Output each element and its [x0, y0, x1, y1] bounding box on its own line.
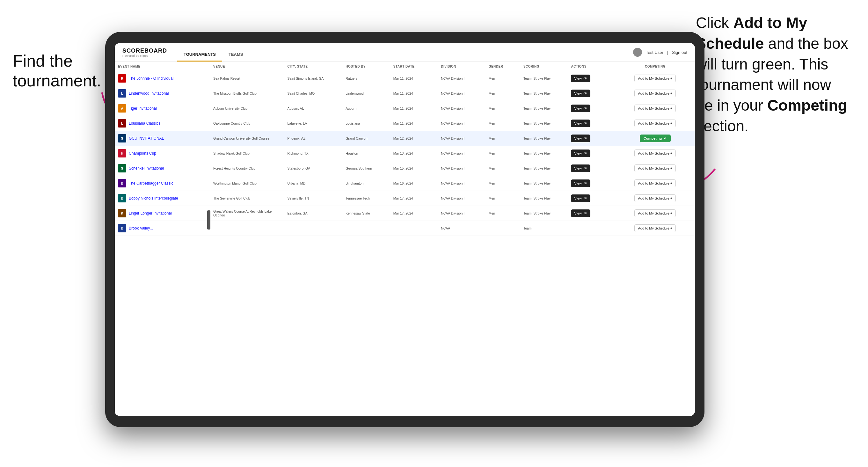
event-name-link[interactable]: Brook Valley... — [129, 226, 153, 230]
annotation-left: Find the tournament. — [13, 51, 121, 91]
cell-event-name: K Linger Longer Invitational — [115, 206, 210, 221]
cell-hosted: Tennessee Tech — [342, 191, 390, 206]
col-header-competing: COMPETING — [616, 62, 695, 71]
sign-out-link[interactable]: Sign out — [672, 50, 687, 55]
competing-button[interactable]: Competing ✓ — [640, 134, 671, 142]
cell-scoring: Team, Stroke Play — [520, 71, 568, 86]
event-name-link[interactable]: GCU INVITATIONAL — [129, 136, 164, 141]
eye-icon: 👁 — [583, 136, 587, 141]
cell-event-name: A Tiger Invitational — [115, 101, 210, 116]
tab-teams[interactable]: TEAMS — [222, 43, 250, 62]
cell-gender: Men — [486, 71, 520, 86]
view-button[interactable]: View 👁 — [571, 164, 590, 172]
cell-hosted: Grand Canyon — [342, 131, 390, 146]
cell-scoring: Team, Stroke Play — [520, 116, 568, 131]
cell-competing: Competing ✓ — [616, 131, 695, 146]
view-button[interactable]: View 👁 — [571, 180, 590, 187]
cell-division: NCAA Division I — [438, 161, 485, 176]
cell-competing: Add to My Schedule + — [616, 191, 695, 206]
cell-gender: Men — [486, 176, 520, 191]
event-name-link[interactable]: Tiger Invitational — [129, 106, 157, 111]
cell-actions: View 👁 — [568, 131, 615, 146]
annotation-right-text: Click Add to My Schedule and the box wil… — [696, 14, 848, 134]
cell-city: Saint Simons Island, GA — [284, 71, 343, 86]
cell-gender: Men — [486, 161, 520, 176]
add-to-schedule-button[interactable]: Add to My Schedule + — [634, 150, 676, 157]
cell-division: NCAA Division I — [438, 116, 485, 131]
view-button[interactable]: View 👁 — [571, 90, 590, 97]
add-to-schedule-button[interactable]: Add to My Schedule + — [634, 90, 676, 97]
cell-hosted: Auburn — [342, 101, 390, 116]
view-label: View — [574, 196, 582, 200]
cell-competing: Add to My Schedule + — [616, 116, 695, 131]
add-to-schedule-partial-button[interactable]: Add to My Schedule + — [634, 224, 676, 232]
view-button[interactable]: View 👁 — [571, 74, 590, 82]
cell-gender: Men — [486, 86, 520, 101]
cell-gender: Men — [486, 116, 520, 131]
cell-city: Sevierville, TN — [284, 191, 343, 206]
cell-hosted: Louisiana — [342, 116, 390, 131]
add-to-schedule-button[interactable]: Add to My Schedule + — [634, 104, 676, 112]
cell-hosted: Georgia Southern — [342, 161, 390, 176]
eye-icon: 👁 — [583, 106, 587, 111]
table-row: L Louisiana Classics Oakbourne Country C… — [115, 116, 695, 131]
cell-actions: View 👁 — [568, 101, 615, 116]
event-name-link[interactable]: Linger Longer Invitational — [129, 211, 172, 216]
cell-actions: View 👁 — [568, 206, 615, 221]
cell-competing: Add to My Schedule + — [616, 71, 695, 86]
cell-venue: Sea Palms Resort — [210, 71, 284, 86]
app-logo-sub: Powered by clippd — [122, 54, 167, 57]
cell-city: Eatonton, GA — [284, 206, 343, 221]
view-button[interactable]: View 👁 — [571, 120, 590, 127]
event-name-link[interactable]: Champions Cup — [129, 151, 156, 156]
view-button[interactable]: View 👁 — [571, 194, 590, 202]
cell-event-name: R The Johnnie - O Individual — [115, 71, 210, 86]
table-row: B Bobby Nichols Intercollegiate The Sevi… — [115, 191, 695, 206]
view-button[interactable]: View 👁 — [571, 150, 590, 157]
cell-event-name: B Bobby Nichols Intercollegiate — [115, 191, 210, 206]
view-button[interactable]: View 👁 — [571, 134, 590, 142]
team-logo: L — [118, 89, 126, 97]
cell-scoring: Team, — [520, 221, 568, 236]
view-button[interactable]: View 👁 — [571, 210, 590, 217]
eye-icon: 👁 — [583, 166, 587, 170]
cell-division: NCAA Division I — [438, 176, 485, 191]
view-label: View — [574, 121, 582, 125]
col-header-division: DIVISION — [438, 62, 485, 71]
cell-gender — [486, 221, 520, 236]
view-label: View — [574, 76, 582, 80]
eye-icon: 👁 — [583, 91, 587, 96]
view-label: View — [574, 106, 582, 110]
add-to-schedule-button[interactable]: Add to My Schedule + — [634, 120, 676, 127]
cell-division: NCAA Division I — [438, 101, 485, 116]
nav-tabs: TOURNAMENTS TEAMS — [177, 43, 249, 62]
cell-date: Mar 15, 2024 — [390, 161, 438, 176]
event-name-link[interactable]: Schenkel Invitational — [129, 166, 164, 170]
event-name-link[interactable]: The Johnnie - O Individual — [129, 76, 174, 81]
cell-division: NCAA Division I — [438, 206, 485, 221]
event-name-link[interactable]: Louisiana Classics — [129, 121, 160, 126]
cell-gender: Men — [486, 101, 520, 116]
tab-tournaments[interactable]: TOURNAMENTS — [177, 43, 222, 62]
add-to-schedule-button[interactable]: Add to My Schedule + — [634, 194, 676, 202]
cell-hosted: Binghamton — [342, 176, 390, 191]
event-name-link[interactable]: Bobby Nichols Intercollegiate — [129, 196, 178, 200]
col-header-venue: VENUE — [210, 62, 284, 71]
view-label: View — [574, 92, 582, 95]
cell-scoring: Team, Stroke Play — [520, 131, 568, 146]
event-name-link[interactable]: Lindenwood Invitational — [129, 91, 168, 96]
add-to-schedule-button[interactable]: Add to My Schedule + — [634, 74, 676, 82]
table-row: B The Carpetbagger Classic Worthington M… — [115, 176, 695, 191]
add-to-schedule-button[interactable]: Add to My Schedule + — [634, 210, 676, 217]
view-button[interactable]: View 👁 — [571, 104, 590, 112]
event-name-link[interactable]: The Carpetbagger Classic — [129, 181, 173, 186]
table-row: G GCU INVITATIONAL Grand Canyon Universi… — [115, 131, 695, 146]
cell-date: Mar 11, 2024 — [390, 86, 438, 101]
cell-gender: Men — [486, 191, 520, 206]
annotation-left-text: Find the tournament. — [13, 52, 101, 90]
app-logo: SCOREBOARD — [122, 48, 167, 54]
add-to-schedule-button[interactable]: Add to My Schedule + — [634, 180, 676, 187]
add-to-schedule-button[interactable]: Add to My Schedule + — [634, 164, 676, 172]
tablet-device: SCOREBOARD Powered by clippd TOURNAMENTS… — [105, 32, 705, 427]
cell-hosted: Houston — [342, 146, 390, 161]
